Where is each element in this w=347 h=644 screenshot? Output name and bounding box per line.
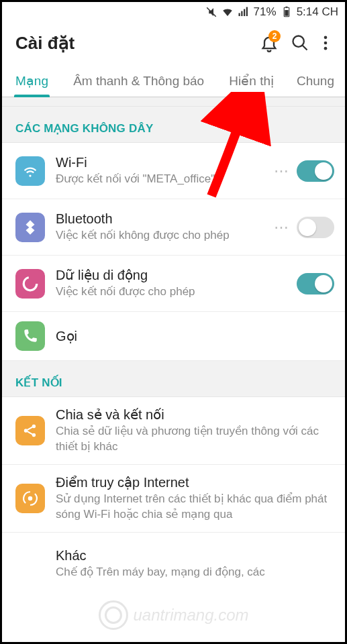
wifi-icon [15,156,45,186]
list-wireless: Wi-Fi Được kết nối với "META_office" ⋯ B… [2,143,345,361]
app-header: Cài đặt 2 [2,22,345,64]
toggle-wifi[interactable] [297,160,334,182]
row-title: Wi-Fi [56,155,271,170]
svg-point-19 [28,496,33,501]
call-icon [15,321,45,351]
svg-point-11 [324,42,328,45]
page-title: Cài đặt [15,33,254,54]
svg-line-17 [28,427,33,430]
row-subtitle: Chế độ Trên máy bay, mạng di động, các [56,565,334,580]
tab-network[interactable]: Mạng [9,73,55,97]
status-bar: 71% 5:14 CH [2,2,345,22]
svg-point-12 [324,47,328,50]
row-subtitle: Việc kết nối không được cho phép [56,228,271,244]
row-share-connect[interactable]: Chia sẻ và kết nối Chia sẻ dữ liệu và ph… [2,397,345,465]
section-header-wireless: CÁC MẠNG KHÔNG DÂY [2,107,345,143]
hotspot-icon [15,484,45,513]
watermark: uantrimang.com [98,600,248,630]
row-call[interactable]: Gọi [2,312,345,361]
toggle-bluetooth[interactable] [297,217,334,238]
battery-percent: 71% [254,5,277,19]
row-title: Chia sẻ và kết nối [56,407,334,423]
row-title: Gọi [56,328,334,344]
svg-rect-3 [244,9,245,17]
notification-badge: 2 [268,30,281,42]
row-more-icon[interactable]: ⋯ [271,219,291,236]
more-vert-icon [316,34,335,52]
list-connect: Chia sẻ và kết nối Chia sẻ dữ liệu và ph… [2,397,345,589]
wifi-icon [221,6,234,18]
row-subtitle: Được kết nối với "META_office" [56,172,271,187]
svg-line-9 [303,46,307,50]
row-title: Khác [56,548,334,564]
notifications-button[interactable]: 2 [254,28,285,58]
search-button[interactable] [285,28,315,58]
battery-icon [281,6,293,18]
row-hotspot[interactable]: Điểm truy cập Internet Sử dụng Internet … [2,465,345,533]
row-subtitle: Việc kết nối được cho phép [56,284,291,300]
mobile-data-icon [15,269,45,299]
clock: 5:14 CH [297,5,338,19]
row-title: Dữ liệu di động [56,267,291,283]
tab-general[interactable]: Chung [290,74,341,97]
search-icon [291,34,309,52]
svg-rect-4 [246,7,247,17]
row-subtitle: Sử dụng Internet trên các thiết bị khác … [56,492,334,523]
bluetooth-icon [15,213,45,242]
section-gap [2,97,345,107]
row-mobile-data[interactable]: Dữ liệu di động Việc kết nối được cho ph… [2,256,345,312]
mute-icon [205,6,217,18]
row-bluetooth[interactable]: Bluetooth Việc kết nối không được cho ph… [2,199,345,256]
toggle-mobile-data[interactable] [297,273,334,294]
section-header-connect: KẾT NỐI [2,361,345,397]
row-other[interactable]: Khác Chế độ Trên máy bay, mạng di động, … [2,533,345,589]
svg-line-18 [28,431,33,434]
svg-rect-6 [285,10,288,16]
row-title: Điểm truy cập Internet [56,474,334,490]
svg-point-8 [293,36,304,47]
svg-rect-1 [238,13,240,17]
row-title: Bluetooth [56,211,271,227]
svg-rect-2 [241,11,242,17]
tab-display[interactable]: Hiển thị [222,73,281,97]
row-more-icon[interactable]: ⋯ [271,162,291,180]
tab-sound-notification[interactable]: Âm thanh & Thông báo [55,74,222,97]
svg-rect-7 [285,7,287,8]
svg-point-13 [23,277,37,290]
more-button[interactable] [315,28,336,58]
svg-point-10 [324,36,328,40]
svg-line-0 [207,7,216,17]
tabs: Mạng Âm thanh & Thông báo Hiển thị Chung [2,64,345,97]
signal-icon [238,6,250,18]
share-icon [15,416,45,445]
row-subtitle: Chia sẻ dữ liệu và phương tiện truyền th… [56,424,334,455]
row-wifi[interactable]: Wi-Fi Được kết nối với "META_office" ⋯ [2,143,345,199]
